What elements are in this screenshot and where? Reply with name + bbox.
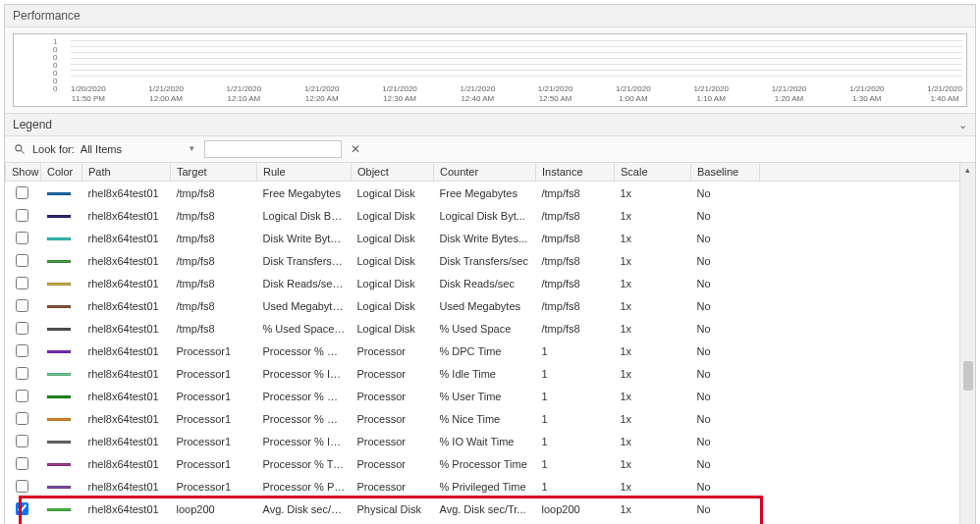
table-row[interactable]: rhel8x64test01Processor1Processor % IO T…: [6, 430, 975, 452]
x-tick: 1/21/20201:10 AM: [693, 84, 729, 104]
x-tick: 1/21/202012:20 AM: [304, 84, 340, 104]
table-row[interactable]: rhel8x64test01/tmp/fs8Used Megabytes ...…: [6, 294, 975, 317]
color-swatch: [47, 350, 71, 353]
show-checkbox[interactable]: [16, 277, 28, 289]
performance-panel: Performance 1000000 1/20/202011:50 PM1/2…: [4, 4, 976, 524]
col-path: Path: [82, 163, 171, 182]
x-tick: 1/21/202012:50 AM: [538, 84, 573, 104]
table-row[interactable]: rhel8x64test01Processor1Processor % Nic.…: [6, 407, 975, 430]
color-swatch: [47, 441, 71, 444]
x-tick: 1/21/20201:30 AM: [849, 84, 885, 104]
color-swatch: [47, 463, 71, 466]
scroll-up-icon[interactable]: ▴: [965, 165, 970, 175]
lookfor-bar: Look for: All Items ✕: [5, 136, 975, 163]
col-object: Object: [352, 163, 434, 182]
col-scale: Scale: [615, 163, 691, 182]
show-checkbox[interactable]: [16, 367, 28, 380]
table-row[interactable]: rhel8x64test01Processor1Processor % DP..…: [6, 340, 975, 362]
x-tick: 1/20/202011:50 PM: [71, 84, 106, 104]
show-checkbox[interactable]: [16, 186, 28, 199]
legend-header[interactable]: Legend ⌄: [5, 113, 975, 136]
lookfor-label: Look for:: [32, 143, 75, 155]
col-show: Show: [6, 163, 41, 182]
performance-title: Performance: [5, 5, 975, 27]
show-checkbox[interactable]: [16, 412, 28, 425]
x-tick: 1/21/20201:20 AM: [772, 84, 807, 104]
scroll-thumb[interactable]: [963, 361, 973, 391]
color-swatch: [47, 508, 71, 511]
x-tick: 1/21/202012:40 AM: [460, 84, 495, 104]
x-tick: 1/21/202012:30 AM: [382, 84, 417, 104]
close-icon[interactable]: ✕: [348, 141, 363, 157]
table-row[interactable]: rhel8x64test01Processor1Processor % Idle…: [6, 362, 975, 385]
lookfor-input[interactable]: [204, 140, 342, 158]
show-checkbox[interactable]: [16, 480, 28, 493]
table-row[interactable]: rhel8x64test01/tmp/fs8% Used Space (...L…: [6, 317, 975, 340]
legend-table-wrap: Show Color Path Target Rule Object Count…: [5, 163, 975, 524]
x-tick: 1/21/20201:40 AM: [927, 84, 962, 104]
legend-table-header[interactable]: Show Color Path Target Rule Object Count…: [6, 163, 975, 182]
legend-table: Show Color Path Target Rule Object Count…: [5, 163, 975, 524]
chevron-down-icon[interactable]: ⌄: [958, 119, 967, 131]
show-checkbox[interactable]: [16, 232, 28, 244]
color-swatch: [47, 192, 71, 195]
x-tick: 1/21/20201:00 AM: [616, 84, 651, 104]
show-checkbox[interactable]: [16, 435, 28, 447]
table-row[interactable]: rhel8x64test01Processor1Processor % Tim.…: [6, 452, 975, 475]
table-row[interactable]: rhel8x64test01Processor1Processor % Priv…: [6, 475, 975, 498]
col-target: Target: [171, 163, 257, 182]
col-baseline: Baseline: [691, 163, 760, 182]
table-row[interactable]: rhel8x64test01loop200Physical Disk Byt..…: [6, 520, 975, 524]
color-swatch: [47, 395, 71, 398]
table-row[interactable]: rhel8x64test01loop200Avg. Disk sec/Tr...…: [6, 498, 975, 520]
svg-point-0: [16, 145, 22, 151]
lookfor-dropdown[interactable]: All Items: [81, 141, 198, 157]
color-swatch: [47, 237, 71, 240]
table-row[interactable]: rhel8x64test01/tmp/fs8Disk Write Bytes..…: [6, 227, 975, 249]
color-swatch: [47, 260, 71, 263]
col-color: Color: [41, 163, 82, 182]
col-rule: Rule: [257, 163, 352, 182]
show-checkbox[interactable]: [16, 457, 28, 470]
color-swatch: [47, 486, 71, 489]
performance-chart: 1000000 1/20/202011:50 PM1/21/202012:00 …: [13, 33, 967, 107]
table-row[interactable]: rhel8x64test01/tmp/fs8Disk Transfers/s..…: [6, 249, 975, 272]
show-checkbox[interactable]: [16, 502, 28, 515]
table-row[interactable]: rhel8x64test01/tmp/fs8Free MegabytesLogi…: [6, 182, 975, 205]
col-counter: Counter: [434, 163, 536, 182]
show-checkbox[interactable]: [16, 322, 28, 335]
x-tick: 1/21/202012:10 AM: [227, 84, 262, 104]
x-tick: 1/21/202012:00 AM: [148, 84, 184, 104]
color-swatch: [47, 373, 71, 376]
legend-title: Legend: [13, 118, 52, 131]
show-checkbox[interactable]: [16, 390, 28, 402]
show-checkbox[interactable]: [16, 254, 28, 267]
col-instance: Instance: [536, 163, 615, 182]
show-checkbox[interactable]: [16, 344, 28, 357]
svg-line-1: [22, 151, 25, 154]
color-swatch: [47, 283, 71, 286]
color-swatch: [47, 305, 71, 308]
show-checkbox[interactable]: [16, 209, 28, 222]
table-row[interactable]: rhel8x64test01/tmp/fs8Logical Disk Byt..…: [6, 204, 975, 227]
color-swatch: [47, 418, 71, 421]
table-row[interactable]: rhel8x64test01Processor1Processor % Use.…: [6, 385, 975, 407]
table-row[interactable]: rhel8x64test01/tmp/fs8Disk Reads/sec (..…: [6, 272, 975, 294]
color-swatch: [47, 328, 71, 331]
search-icon: [13, 142, 27, 156]
show-checkbox[interactable]: [16, 299, 28, 312]
color-swatch: [47, 215, 71, 218]
vertical-scrollbar[interactable]: ▴ ▾: [959, 163, 975, 524]
